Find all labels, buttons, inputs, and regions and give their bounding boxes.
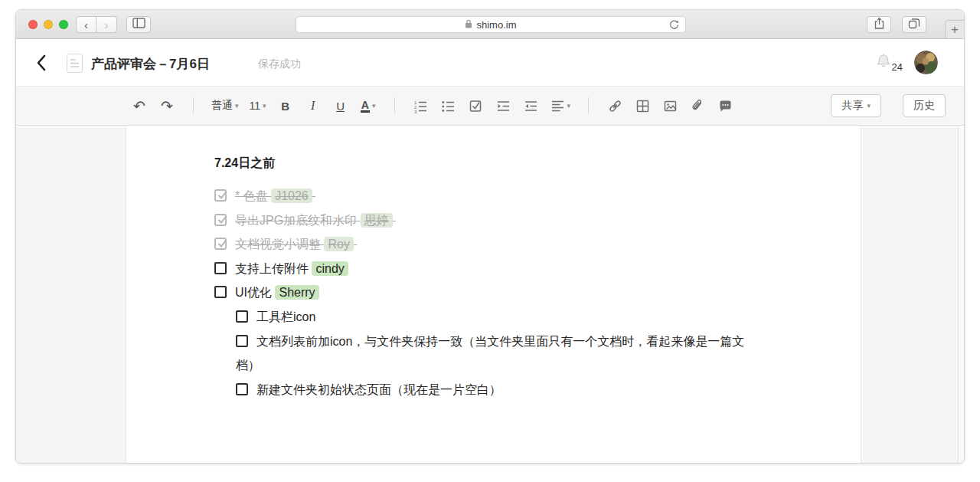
url-text: shimo.im [476, 19, 516, 31]
notification-bell-icon[interactable] [876, 53, 891, 73]
zoom-button[interactable] [59, 20, 68, 29]
assignee-highlight: Sherry [275, 285, 318, 300]
lock-icon [465, 19, 472, 31]
minimize-button[interactable] [44, 20, 53, 29]
checklist-button[interactable] [468, 97, 485, 115]
close-button[interactable] [28, 20, 38, 29]
undo-button[interactable]: ↶ [131, 97, 148, 115]
paragraph-style-select[interactable]: 普通▾ [211, 97, 239, 115]
chevron-down-icon: ▾ [372, 102, 376, 110]
checklist-item: 支持上传附件 cindy [214, 257, 773, 281]
comment-button[interactable] [717, 97, 733, 115]
attachment-button[interactable] [689, 97, 706, 115]
save-status: 保存成功 [258, 57, 301, 71]
browser-titlebar: ‹ › shimo.im + [16, 10, 964, 39]
checked-checkbox[interactable] [214, 238, 227, 250]
editor-toolbar: ↶ ↷ 普通▾ 11▾ B I U A▾ 123 [16, 87, 964, 126]
svg-text:3: 3 [414, 109, 417, 113]
redo-button[interactable]: ↷ [158, 97, 175, 115]
item-text: 工具栏icon [256, 310, 315, 323]
share-page-button[interactable] [867, 16, 891, 33]
sidebar-toggle-button[interactable] [126, 16, 151, 33]
align-button[interactable]: ▾ [550, 97, 571, 115]
assignee-highlight: Roy [324, 237, 353, 251]
bullet-list-button[interactable] [440, 97, 457, 115]
divider [588, 97, 589, 114]
new-tab-button[interactable]: + [945, 20, 965, 39]
tab-overview-button[interactable] [902, 16, 926, 33]
checked-checkbox[interactable] [214, 214, 227, 226]
checklist-item: UI优化 Sherry [214, 280, 773, 305]
unchecked-checkbox[interactable] [236, 310, 248, 323]
link-button[interactable] [606, 97, 623, 115]
history-button[interactable]: 历史 [903, 94, 946, 117]
assignee-highlight: cindy [312, 261, 348, 276]
chevron-down-icon: ▾ [867, 102, 871, 110]
checklist: * 色盘 J1026 导出JPG加底纹和水印 思婷 文档视觉小调整 Roy 支持… [214, 184, 773, 402]
document-page[interactable]: 7.24日之前 * 色盘 J1026 导出JPG加底纹和水印 思婷 文档视觉小调… [126, 126, 861, 463]
table-button[interactable] [634, 97, 651, 115]
checked-checkbox[interactable] [214, 189, 227, 202]
italic-button[interactable]: I [305, 97, 322, 115]
item-text: * 色盘 J1026 [235, 189, 315, 203]
chevron-down-icon: ▾ [567, 102, 571, 110]
scrollbar-divider [958, 126, 959, 463]
back-icon[interactable] [36, 54, 46, 74]
unchecked-checkbox[interactable] [236, 335, 248, 347]
address-bar[interactable]: shimo.im [296, 16, 686, 33]
item-text: 支持上传附件 cindy [235, 261, 348, 276]
ordered-list-button[interactable]: 123 [413, 97, 430, 115]
font-size-select[interactable]: 11▾ [250, 97, 266, 115]
item-text: 导出JPG加底纹和水印 思婷 [235, 213, 396, 228]
checklist-item: 导出JPG加底纹和水印 思婷 [214, 208, 773, 233]
browser-nav: ‹ › [76, 16, 117, 33]
document-header: 产品评审会－7月6日 保存成功 24 [16, 39, 964, 87]
document-heading: 7.24日之前 [214, 151, 773, 175]
browser-window: ‹ › shimo.im + [15, 9, 965, 464]
notification-count[interactable]: 24 [892, 61, 903, 73]
chevron-down-icon: ▾ [235, 102, 239, 110]
bold-button[interactable]: B [277, 97, 294, 115]
item-text: UI优化 Sherry [235, 285, 319, 300]
underline-button[interactable]: U [332, 97, 349, 115]
unchecked-checkbox[interactable] [214, 262, 227, 274]
assignee-highlight: J1026 [271, 189, 312, 203]
tabs-icon [908, 18, 920, 32]
unchecked-checkbox[interactable] [214, 286, 227, 298]
chevron-down-icon: ▾ [263, 102, 266, 110]
checklist-item: 文档列表前加icon，与文件夹保持一致（当文件夹里面只有一个文档时，看起来像是一… [236, 330, 764, 378]
browser-forward-button[interactable]: › [96, 16, 117, 33]
reload-icon[interactable] [668, 19, 680, 33]
document-icon [67, 54, 83, 76]
checklist-item: 新建文件夹初始状态页面（现在是一片空白） [236, 378, 764, 402]
item-text: 文档视觉小调整 Roy [235, 237, 357, 251]
font-color-button[interactable]: A▾ [360, 97, 377, 115]
window-controls [28, 20, 68, 29]
checklist-item: * 色盘 J1026 [214, 184, 773, 208]
share-button[interactable]: 共享▾ [831, 94, 881, 117]
avatar[interactable] [914, 51, 938, 74]
sidebar-icon [132, 18, 145, 31]
item-text: 新建文件夹初始状态页面（现在是一片空白） [256, 383, 501, 396]
indent-decrease-button[interactable] [523, 97, 540, 115]
editor-content-area: 7.24日之前 * 色盘 J1026 导出JPG加底纹和水印 思婷 文档视觉小调… [16, 126, 964, 463]
assignee-highlight: 思婷 [361, 213, 393, 228]
indent-increase-button[interactable] [495, 97, 512, 115]
share-icon [874, 17, 885, 33]
item-text: 文档列表前加icon，与文件夹保持一致（当文件夹里面只有一个文档时，看起来像是一… [236, 335, 744, 372]
unchecked-checkbox[interactable] [236, 383, 248, 395]
divider [193, 97, 194, 114]
checklist-item: 工具栏icon [236, 305, 764, 330]
checklist-item: 文档视觉小调整 Roy [214, 232, 773, 257]
browser-back-button[interactable]: ‹ [76, 16, 96, 33]
image-button[interactable] [662, 97, 678, 115]
scrollbar-track[interactable] [959, 126, 964, 463]
divider [394, 97, 395, 114]
document-title: 产品评审会－7月6日 [91, 55, 210, 73]
